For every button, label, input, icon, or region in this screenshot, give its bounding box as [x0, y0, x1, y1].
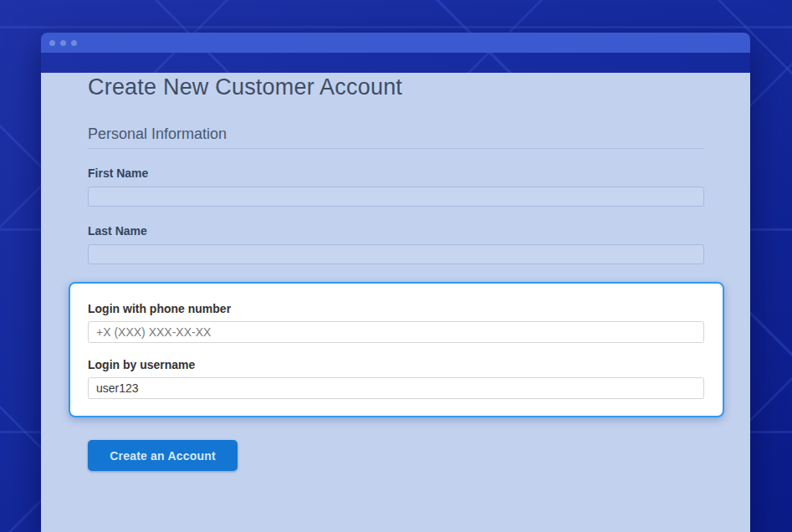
window-titlebar — [41, 33, 750, 53]
login-options-panel: Login with phone number Login by usernam… — [69, 282, 724, 417]
window-dot-icon[interactable] — [71, 40, 77, 46]
first-name-input[interactable] — [88, 187, 704, 207]
page-title: Create New Customer Account — [88, 73, 704, 101]
phone-login-input[interactable] — [88, 321, 704, 343]
form-card: Create New Customer Account Personal Inf… — [41, 73, 750, 532]
window-dot-icon[interactable] — [49, 40, 55, 46]
create-account-button[interactable]: Create an Account — [88, 440, 238, 471]
personal-information-heading: Personal Information — [88, 125, 704, 143]
window-dot-icon[interactable] — [60, 40, 66, 46]
section-divider — [88, 148, 704, 149]
username-login-input[interactable] — [88, 377, 704, 399]
last-name-label: Last Name — [88, 224, 704, 238]
first-name-label: First Name — [88, 166, 704, 180]
username-login-label: Login by username — [88, 358, 706, 371]
browser-window: Create New Customer Account Personal Inf… — [41, 33, 750, 532]
last-name-input[interactable] — [88, 244, 704, 264]
phone-login-label: Login with phone number — [88, 302, 706, 315]
